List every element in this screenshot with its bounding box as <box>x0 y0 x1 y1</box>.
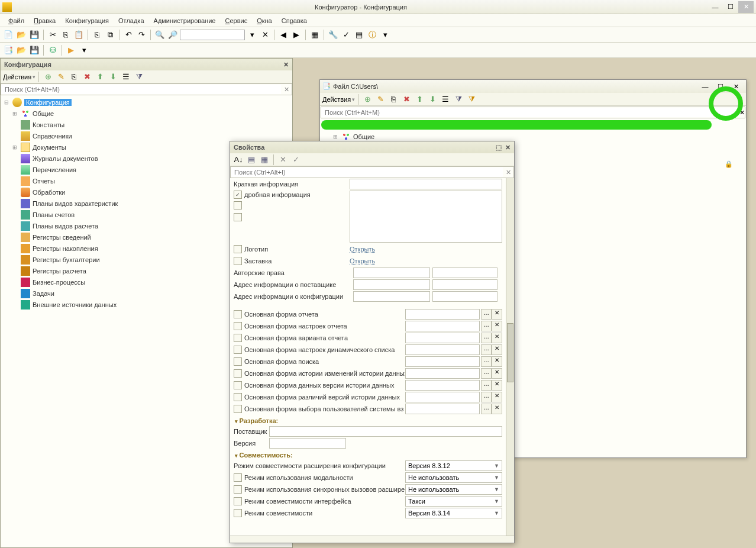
redo-icon[interactable]: ↷ <box>135 29 147 41</box>
props-x-icon[interactable]: ✕ <box>277 154 289 166</box>
edit-icon[interactable]: ✎ <box>55 71 67 83</box>
fw-filter2-icon[interactable]: ⧩ <box>466 94 477 105</box>
form-input[interactable] <box>405 321 480 331</box>
form-checkbox[interactable] <box>234 346 242 354</box>
props-pin-icon[interactable]: ⬚ <box>496 144 502 151</box>
compat-checkbox[interactable] <box>234 509 242 517</box>
compare-icon[interactable]: ⧉ <box>104 29 116 41</box>
fw-copy-icon[interactable]: ⎘ <box>387 94 399 105</box>
ellipsis-button[interactable]: … <box>481 309 492 320</box>
config-search-input[interactable] <box>1 85 281 94</box>
iface-combo[interactable]: Такси▼ <box>405 496 502 507</box>
fw-minimize-button[interactable]: — <box>697 80 713 92</box>
run-icon[interactable]: 🔧 <box>327 29 339 41</box>
tree-doc-icon[interactable]: 📑 <box>2 44 14 56</box>
tree-item-constants[interactable]: Константы <box>1 119 292 130</box>
calendar-icon[interactable]: ▦ <box>309 29 321 41</box>
form-input[interactable] <box>405 380 480 391</box>
clear-button[interactable]: ✕ <box>492 333 502 343</box>
form-checkbox[interactable] <box>234 357 242 366</box>
vendor-addr-input2[interactable] <box>432 279 497 290</box>
logo-checkbox[interactable] <box>234 245 242 253</box>
copy-icon[interactable]: ⎘ <box>60 29 72 41</box>
props-search-input[interactable] <box>231 167 503 177</box>
expand-icon[interactable]: ⊞ <box>332 134 339 140</box>
brief-input[interactable] <box>350 179 502 189</box>
image-btn2-icon[interactable] <box>234 213 242 221</box>
clear-button[interactable]: ✕ <box>492 380 502 391</box>
form-checkbox[interactable] <box>234 334 242 342</box>
save-icon[interactable]: 💾 <box>28 29 40 41</box>
config-addr-input2[interactable] <box>432 291 497 302</box>
up-icon[interactable]: ⬆ <box>94 71 106 83</box>
fw-actions-menu[interactable]: Действия <box>322 96 351 103</box>
fw-add-icon[interactable]: ⊕ <box>361 94 373 105</box>
tree-item-catalogs[interactable]: Справочники <box>1 130 292 141</box>
scrollbar-thumb[interactable] <box>507 323 513 382</box>
next-icon[interactable]: ▶ <box>290 29 302 41</box>
iface-checkbox[interactable] <box>234 497 242 505</box>
splash-open-link[interactable]: Открыть <box>350 257 375 265</box>
clear-button[interactable]: ✕ <box>492 404 502 414</box>
find-icon[interactable]: 🔍 <box>154 29 166 41</box>
sync-combo[interactable]: Не использовать▼ <box>405 484 502 495</box>
menu-windows[interactable]: Окна <box>252 16 277 25</box>
vendor-addr-input[interactable] <box>353 279 430 290</box>
fw-sort-icon[interactable]: ☰ <box>440 94 451 105</box>
ellipsis-button[interactable]: … <box>481 368 492 379</box>
menu-debug[interactable]: Отладка <box>114 16 148 25</box>
db-check-icon[interactable]: ⛁ <box>47 44 59 56</box>
info-icon[interactable]: ⓘ <box>366 29 378 41</box>
config-addr-input[interactable] <box>353 291 430 302</box>
menu-config[interactable]: Конфигурация <box>60 16 114 25</box>
file-window-titlebar[interactable]: 📑 Файл C:\Users\ — ☐ ✕ <box>320 80 746 93</box>
dropdown-icon[interactable]: ▾ <box>246 29 258 41</box>
down-icon[interactable]: ⬇ <box>107 71 119 83</box>
close-button[interactable]: ✕ <box>738 1 754 13</box>
search-icon[interactable]: 🔎 <box>167 29 179 41</box>
fw-filter-icon[interactable]: ⧩ <box>453 94 464 105</box>
fw-search-input[interactable] <box>321 108 739 117</box>
filter-icon[interactable]: ⧩ <box>133 71 145 83</box>
modality-checkbox[interactable] <box>234 473 242 482</box>
ellipsis-button[interactable]: … <box>481 404 492 414</box>
form-input[interactable] <box>405 368 480 379</box>
copy3-icon[interactable]: ⎘ <box>68 71 80 83</box>
form-input[interactable] <box>405 404 480 414</box>
minimize-button[interactable]: — <box>707 1 723 13</box>
fw-edit-icon[interactable]: ✎ <box>374 94 386 105</box>
undo-icon[interactable]: ↶ <box>122 29 134 41</box>
sync-checkbox[interactable] <box>234 485 242 494</box>
clear-button[interactable]: ✕ <box>492 392 502 402</box>
play-icon[interactable]: ▶ <box>65 44 77 56</box>
copyright-input2[interactable] <box>432 267 497 278</box>
form-input[interactable] <box>405 356 480 367</box>
fw-down-icon[interactable]: ⬇ <box>427 94 438 105</box>
copyright-input[interactable] <box>353 267 430 278</box>
ellipsis-button[interactable]: … <box>481 392 492 402</box>
sort-az-icon[interactable]: A↓ <box>232 154 244 166</box>
clear-button[interactable]: ✕ <box>492 309 502 320</box>
clear-button[interactable]: ✕ <box>492 368 502 379</box>
form-input[interactable] <box>405 333 480 343</box>
modality-combo[interactable]: Не использовать▼ <box>405 472 502 483</box>
props-scrollbar[interactable] <box>506 178 514 540</box>
form-checkbox[interactable] <box>234 369 242 378</box>
clear-button[interactable]: ✕ <box>492 321 502 331</box>
ellipsis-button[interactable]: … <box>481 333 492 343</box>
fw-delete-icon[interactable]: ✖ <box>400 94 412 105</box>
form-input[interactable] <box>405 392 480 402</box>
form-checkbox[interactable] <box>234 393 242 401</box>
sort-icon[interactable]: ☰ <box>120 71 132 83</box>
maximize-button[interactable]: ☐ <box>723 1 738 13</box>
image-btn-icon[interactable] <box>234 201 242 209</box>
config-search-clear-icon[interactable]: ✕ <box>281 86 292 94</box>
prev-icon[interactable]: ◀ <box>277 29 289 41</box>
form-input[interactable] <box>405 344 480 355</box>
play-dropdown-icon[interactable]: ▾ <box>78 44 90 56</box>
syntax-icon[interactable]: ✓ <box>340 29 352 41</box>
actions-dropdown-icon[interactable]: ▾ <box>33 74 35 80</box>
form-checkbox[interactable] <box>234 405 242 413</box>
categories-icon[interactable]: ▤ <box>245 154 257 166</box>
form-input[interactable] <box>405 309 480 320</box>
